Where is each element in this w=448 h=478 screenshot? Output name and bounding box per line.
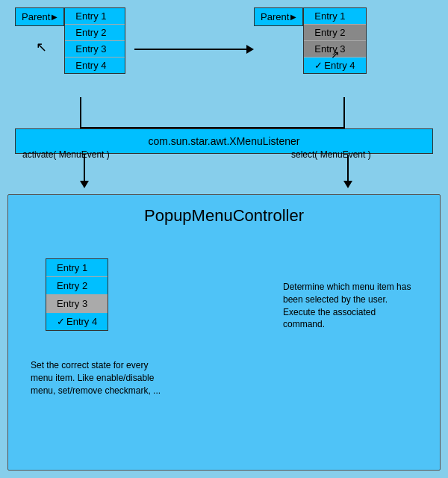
- right-entry-1[interactable]: Entry 1: [304, 8, 365, 25]
- left-parent-label: Parent: [22, 11, 50, 22]
- controller-box: PopupMenuController Entry 1 Entry 2 Entr…: [7, 194, 441, 471]
- right-parent-box: Parent ▶: [254, 7, 303, 26]
- left-arrow-head: [80, 181, 89, 188]
- right-parent-arrow-icon: ▶: [290, 13, 296, 21]
- left-parent-arrow-icon: ▶: [52, 13, 57, 21]
- horiz-arrow: [134, 45, 254, 54]
- vert-line-right: [343, 97, 345, 127]
- right-cursor-icon: ↗: [331, 49, 340, 60]
- left-entry-2[interactable]: Entry 2: [65, 25, 125, 41]
- listener-label: com.sun.star.awt.XMenuListener: [148, 135, 299, 147]
- left-entry-4[interactable]: Entry 4: [65, 58, 125, 73]
- mini-entry-3[interactable]: Entry 3: [46, 295, 108, 313]
- left-entry-1[interactable]: Entry 1: [65, 8, 125, 25]
- horiz-arrow-line: [134, 49, 246, 50]
- right-menu-group: Parent ▶ Entry 1 Entry 2 Entry 3 Entry 4: [254, 7, 367, 74]
- mini-entry-2[interactable]: Entry 2: [46, 277, 108, 295]
- left-vert-line: [84, 155, 85, 181]
- select-label: select( MenuEvent ): [291, 149, 371, 160]
- left-parent-box: Parent ▶: [15, 7, 64, 26]
- left-menu-items: Entry 1 Entry 2 Entry 3 Entry 4: [64, 7, 125, 74]
- mini-menu: Entry 1 Entry 2 Entry 3 Entry 4: [46, 258, 108, 331]
- left-menu-group: Parent ▶ Entry 1 Entry 2 Entry 3 Entry 4: [15, 7, 125, 74]
- mini-entry-1[interactable]: Entry 1: [46, 259, 108, 277]
- desc-left: Set the correct state for every menu ite…: [31, 359, 165, 397]
- right-entry-2[interactable]: Entry 2: [304, 25, 365, 41]
- right-parent-label: Parent: [261, 11, 289, 22]
- right-vert-line: [347, 155, 349, 181]
- arrow-down-left: [80, 155, 89, 188]
- left-entry-3[interactable]: Entry 3: [65, 41, 125, 58]
- right-menu-items: Entry 1 Entry 2 Entry 3 Entry 4: [303, 7, 366, 74]
- cursor-icon: ↖: [36, 39, 47, 55]
- controller-title: PopupMenuController: [8, 195, 440, 233]
- desc-right: Determine which menu item has been selec…: [283, 281, 417, 331]
- right-arrow-head: [343, 181, 352, 188]
- vert-line-left: [80, 97, 81, 127]
- arrow-down-right: [343, 155, 352, 188]
- mini-entry-4[interactable]: Entry 4: [46, 313, 108, 330]
- horiz-arrow-head: [246, 45, 254, 54]
- activate-label: activate( MenuEvent ): [22, 149, 110, 160]
